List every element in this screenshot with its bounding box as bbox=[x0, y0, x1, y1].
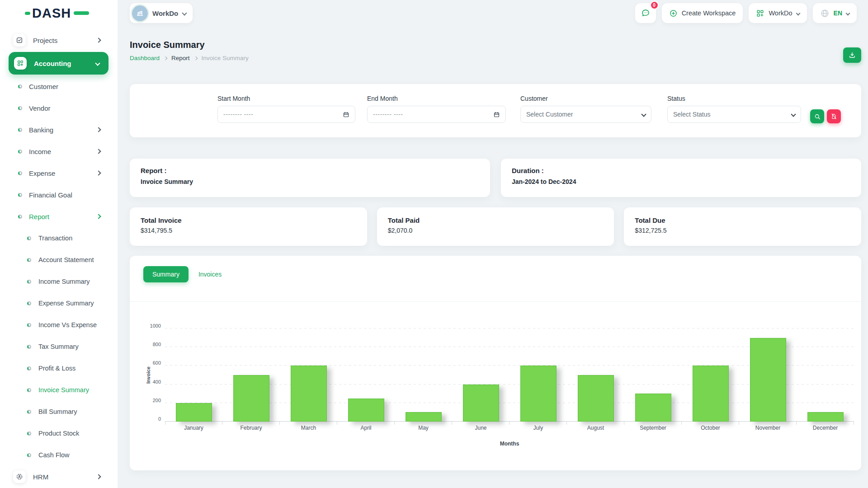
y-tick-label: 800 bbox=[153, 342, 161, 347]
chevron-down-icon bbox=[95, 61, 100, 66]
bar-july bbox=[520, 366, 557, 422]
plus-circle-icon bbox=[669, 9, 678, 18]
bullet-icon bbox=[18, 150, 22, 154]
sidebar-item-label: Income Vs Expense bbox=[38, 321, 97, 328]
breadcrumb-current: Invoice Summary bbox=[202, 55, 249, 61]
sidebar-item-bill-summary[interactable]: Bill Summary bbox=[0, 401, 118, 422]
sidebar-item-income[interactable]: Income bbox=[0, 141, 118, 162]
search-button[interactable] bbox=[810, 109, 824, 123]
chevron-right-icon bbox=[96, 149, 101, 154]
app-menu-button[interactable]: WorkDo bbox=[749, 3, 807, 23]
chevron-right-icon bbox=[96, 474, 101, 479]
x-tick-label: September bbox=[624, 425, 682, 431]
sidebar-item-projects[interactable]: Projects bbox=[0, 29, 118, 51]
tab-invoices[interactable]: Invoices bbox=[198, 266, 222, 282]
workspace-selector[interactable]: WorkDo bbox=[130, 3, 193, 23]
sidebar-item-expense[interactable]: Expense bbox=[0, 162, 118, 184]
sidebar-item-report[interactable]: Report bbox=[0, 206, 118, 227]
bar-september bbox=[635, 394, 671, 422]
bullet-icon bbox=[27, 345, 31, 349]
x-tick-label: October bbox=[682, 425, 739, 431]
tab-summary[interactable]: Summary bbox=[143, 266, 189, 282]
sidebar-item-profit-loss[interactable]: Profit & Loss bbox=[0, 357, 118, 379]
end-month-input[interactable]: -------- ---- bbox=[367, 106, 506, 123]
sidebar-item-financial-goal[interactable]: Financial Goal bbox=[0, 184, 118, 206]
sidebar-item-vendor[interactable]: Vendor bbox=[0, 97, 118, 119]
sidebar-item-hrm[interactable]: HRM bbox=[0, 466, 118, 488]
x-tick-label: November bbox=[739, 425, 797, 431]
sidebar-item-label: Expense bbox=[29, 169, 55, 177]
customer-label: Customer bbox=[520, 95, 651, 102]
y-tick-label: 1000 bbox=[150, 323, 161, 328]
customer-select-value: Select Customer bbox=[526, 111, 573, 118]
bullet-icon bbox=[27, 323, 31, 327]
reset-button[interactable] bbox=[827, 109, 841, 123]
bullet-icon bbox=[18, 171, 22, 175]
x-tick-label: August bbox=[567, 425, 624, 431]
sidebar-item-account-statement[interactable]: Account Statement bbox=[0, 249, 118, 271]
sidebar: DASH ProjectsAccountingCustomerVendorBan… bbox=[0, 0, 118, 488]
x-tick-label: July bbox=[509, 425, 567, 431]
status-select[interactable]: Select Status bbox=[667, 106, 801, 123]
x-tick-label: January bbox=[165, 425, 222, 431]
sidebar-item-label: Cash Flow bbox=[38, 451, 70, 459]
sidebar-item-label: Accounting bbox=[34, 60, 71, 67]
messages-count-badge: 0 bbox=[650, 1, 659, 9]
total-due-value: $312,725.5 bbox=[635, 227, 850, 234]
download-icon bbox=[848, 51, 856, 59]
customer-select[interactable]: Select Customer bbox=[520, 106, 651, 123]
total-paid-card: Total Paid $2,070.0 bbox=[377, 207, 614, 246]
bullet-icon bbox=[27, 366, 31, 371]
sidebar-item-customer[interactable]: Customer bbox=[0, 75, 118, 97]
duration-info-card: Duration : Jan-2024 to Dec-2024 bbox=[501, 159, 861, 197]
download-button[interactable] bbox=[843, 47, 861, 63]
bullet-icon bbox=[18, 84, 22, 89]
bar-august bbox=[578, 375, 614, 422]
report-info-card: Report : Invoice Summary bbox=[130, 159, 490, 197]
language-selector[interactable]: EN bbox=[813, 3, 857, 23]
sidebar-item-label: Report bbox=[29, 213, 49, 221]
app-logo[interactable]: DASH bbox=[0, 0, 118, 26]
create-workspace-button[interactable]: Create Workspace bbox=[662, 3, 743, 23]
app-menu-label: WorkDo bbox=[769, 9, 792, 17]
sidebar-item-product-stock[interactable]: Product Stock bbox=[0, 422, 118, 444]
workspace-name: WorkDo bbox=[152, 9, 178, 17]
sidebar-item-tax-summary[interactable]: Tax Summary bbox=[0, 336, 118, 357]
total-paid-label: Total Paid bbox=[388, 216, 604, 224]
sidebar-item-income-vs-expense[interactable]: Income Vs Expense bbox=[0, 314, 118, 336]
sidebar-item-label: Tax Summary bbox=[38, 343, 79, 350]
duration-info-value: Jan-2024 to Dec-2024 bbox=[512, 178, 850, 185]
breadcrumb: Dashboard Report Invoice Summary bbox=[130, 55, 861, 61]
logo-text: DASH bbox=[32, 6, 71, 21]
sidebar-item-label: Financial Goal bbox=[29, 191, 72, 199]
sidebar-item-accounting[interactable]: Accounting bbox=[9, 52, 108, 75]
sidebar-item-label: Vendor bbox=[29, 104, 51, 112]
sidebar-item-label: Customer bbox=[29, 83, 58, 90]
chevron-down-icon bbox=[182, 10, 187, 15]
hrm-icon bbox=[13, 470, 26, 483]
start-month-label: Start Month bbox=[217, 95, 355, 102]
report-info-value: Invoice Summary bbox=[141, 178, 479, 185]
sidebar-item-label: Transaction bbox=[38, 235, 72, 242]
chart-card: Summary Invoices 02004006008001000 Janua… bbox=[130, 256, 861, 470]
sidebar-item-label: Income bbox=[29, 148, 51, 155]
x-tick-label: March bbox=[280, 425, 337, 431]
bullet-icon bbox=[27, 236, 31, 240]
messages-button[interactable]: 0 bbox=[635, 3, 656, 23]
breadcrumb-report[interactable]: Report bbox=[171, 55, 190, 61]
sidebar-item-expense-summary[interactable]: Expense Summary bbox=[0, 292, 118, 314]
sidebar-item-invoice-summary[interactable]: Invoice Summary bbox=[0, 379, 118, 401]
x-axis-title: Months bbox=[165, 441, 854, 447]
chevron-right-icon bbox=[96, 214, 101, 219]
bullet-icon bbox=[27, 388, 31, 392]
start-month-input[interactable]: -------- ---- bbox=[217, 106, 355, 123]
chevron-right-icon bbox=[96, 170, 101, 175]
sidebar-item-label: Expense Summary bbox=[38, 300, 94, 307]
sidebar-item-income-summary[interactable]: Income Summary bbox=[0, 271, 118, 292]
sidebar-item-cash-flow[interactable]: Cash Flow bbox=[0, 444, 118, 466]
sidebar-menu: ProjectsAccountingCustomerVendorBankingI… bbox=[0, 26, 118, 488]
sidebar-item-banking[interactable]: Banking bbox=[0, 119, 118, 141]
breadcrumb-dashboard[interactable]: Dashboard bbox=[130, 55, 160, 61]
sidebar-item-transaction[interactable]: Transaction bbox=[0, 227, 118, 249]
chevron-right-icon bbox=[164, 56, 167, 60]
